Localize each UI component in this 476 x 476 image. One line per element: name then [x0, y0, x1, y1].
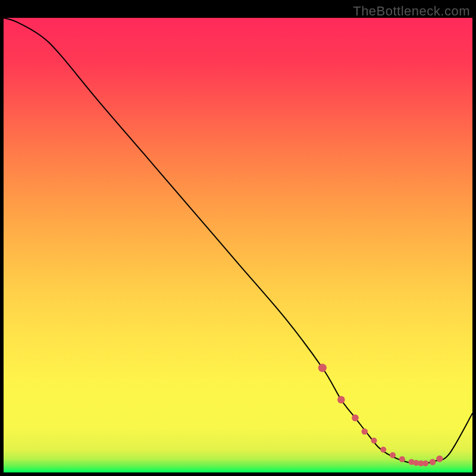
- curve-marker: [380, 447, 386, 453]
- curve-marker: [371, 438, 377, 444]
- watermark-text: TheBottleneck.com: [353, 4, 470, 19]
- curve-marker: [352, 415, 359, 422]
- chart-container: TheBottleneck.com: [0, 0, 476, 476]
- bottleneck-curve: [4, 18, 472, 464]
- curve-marker: [361, 428, 368, 435]
- curve-marker: [399, 456, 405, 462]
- plot-area: [4, 18, 472, 472]
- curve-marker: [430, 459, 436, 465]
- curve-marker: [390, 452, 396, 458]
- curve-markers: [318, 364, 443, 466]
- curve-marker: [337, 396, 345, 403]
- curve-marker: [422, 461, 428, 466]
- chart-svg: [4, 18, 472, 472]
- curve-marker: [318, 364, 327, 372]
- curve-marker: [436, 455, 443, 462]
